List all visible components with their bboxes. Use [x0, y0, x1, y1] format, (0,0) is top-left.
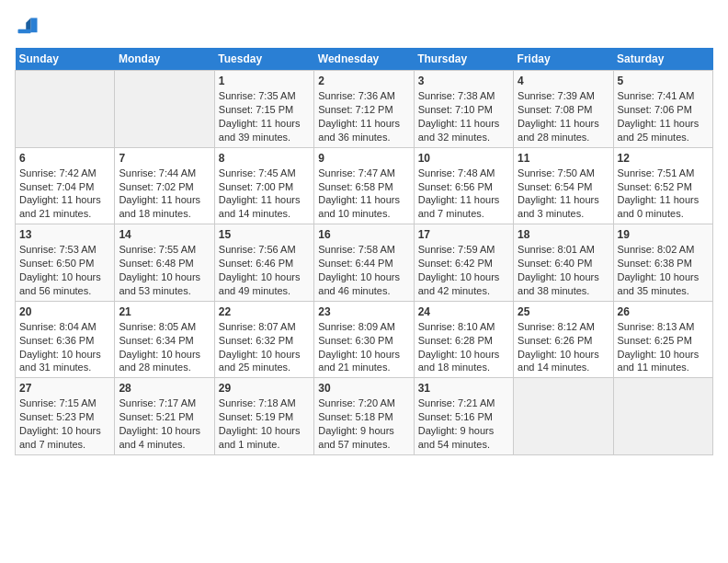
day-info: Daylight: 10 hours and 31 minutes.: [19, 348, 110, 375]
col-header-monday: Monday: [115, 48, 214, 71]
day-info: Sunrise: 7:55 AM: [119, 243, 210, 257]
day-number: 7: [119, 151, 210, 166]
day-info: Sunrise: 7:15 AM: [19, 396, 110, 410]
calendar-cell: 24Sunrise: 8:10 AMSunset: 6:28 PMDayligh…: [414, 301, 513, 378]
day-info: Sunrise: 7:18 AM: [219, 396, 310, 410]
day-info: Sunset: 7:04 PM: [19, 180, 110, 194]
day-info: Daylight: 10 hours and 4 minutes.: [119, 424, 210, 452]
day-info: Daylight: 11 hours and 32 minutes.: [418, 117, 509, 144]
week-row-1: 1Sunrise: 7:35 AMSunset: 7:15 PMDaylight…: [16, 71, 713, 148]
day-number: 9: [318, 151, 409, 166]
day-info: Daylight: 10 hours and 38 minutes.: [518, 270, 609, 298]
calendar-cell: [115, 71, 214, 148]
day-info: Sunrise: 7:45 AM: [219, 167, 310, 180]
day-info: Sunrise: 7:38 AM: [418, 89, 509, 103]
day-info: Sunrise: 8:12 AM: [518, 320, 609, 334]
day-info: Sunset: 6:36 PM: [19, 334, 110, 348]
day-info: Sunrise: 7:17 AM: [119, 396, 210, 410]
day-info: Sunset: 7:08 PM: [518, 103, 609, 117]
day-info: Sunrise: 8:09 AM: [318, 320, 409, 334]
day-info: Daylight: 10 hours and 35 minutes.: [618, 270, 709, 298]
day-info: Sunset: 5:21 PM: [119, 410, 210, 424]
col-header-tuesday: Tuesday: [214, 48, 313, 71]
day-info: Sunset: 6:58 PM: [318, 180, 409, 194]
calendar-cell: 17Sunrise: 7:59 AMSunset: 6:42 PMDayligh…: [414, 224, 513, 302]
day-info: Daylight: 10 hours and 49 minutes.: [219, 270, 310, 298]
day-info: Sunrise: 7:41 AM: [618, 89, 709, 103]
day-number: 29: [219, 381, 310, 396]
day-info: Daylight: 11 hours and 14 minutes.: [219, 193, 310, 221]
day-info: Daylight: 10 hours and 42 minutes.: [418, 270, 509, 298]
calendar-cell: 16Sunrise: 7:58 AMSunset: 6:44 PMDayligh…: [314, 224, 414, 302]
day-number: 13: [19, 227, 110, 242]
calendar-cell: 4Sunrise: 7:39 AMSunset: 7:08 PMDaylight…: [514, 71, 613, 148]
week-row-2: 6Sunrise: 7:42 AMSunset: 7:04 PMDaylight…: [16, 147, 713, 224]
calendar-cell: 22Sunrise: 8:07 AMSunset: 6:32 PMDayligh…: [214, 301, 313, 378]
day-info: Sunset: 7:06 PM: [618, 103, 709, 117]
col-header-saturday: Saturday: [613, 48, 712, 71]
day-info: Sunrise: 7:39 AM: [518, 89, 609, 103]
day-info: Daylight: 10 hours and 11 minutes.: [618, 348, 709, 375]
calendar-cell: 14Sunrise: 7:55 AMSunset: 6:48 PMDayligh…: [115, 224, 214, 302]
day-info: Sunrise: 7:21 AM: [418, 396, 509, 410]
week-row-4: 20Sunrise: 8:04 AMSunset: 6:36 PMDayligh…: [16, 301, 713, 378]
day-number: 31: [418, 381, 509, 396]
calendar-cell: 31Sunrise: 7:21 AMSunset: 5:16 PMDayligh…: [414, 378, 513, 455]
day-info: Sunset: 5:23 PM: [19, 410, 110, 424]
calendar-cell: 19Sunrise: 8:02 AMSunset: 6:38 PMDayligh…: [613, 224, 712, 302]
calendar-cell: 28Sunrise: 7:17 AMSunset: 5:21 PMDayligh…: [115, 378, 214, 455]
calendar-cell: 20Sunrise: 8:04 AMSunset: 6:36 PMDayligh…: [16, 301, 115, 378]
day-info: Sunrise: 7:58 AM: [318, 243, 409, 257]
calendar-cell: 11Sunrise: 7:50 AMSunset: 6:54 PMDayligh…: [514, 147, 613, 224]
day-info: Sunset: 6:48 PM: [119, 257, 210, 270]
calendar-table: SundayMondayTuesdayWednesdayThursdayFrid…: [15, 48, 713, 455]
day-info: Daylight: 11 hours and 10 minutes.: [318, 193, 409, 221]
day-info: Sunrise: 8:04 AM: [19, 320, 110, 334]
calendar-cell: [613, 378, 712, 455]
calendar-cell: 12Sunrise: 7:51 AMSunset: 6:52 PMDayligh…: [613, 147, 712, 224]
day-info: Daylight: 11 hours and 18 minutes.: [119, 193, 210, 221]
day-number: 30: [318, 381, 409, 396]
day-info: Daylight: 10 hours and 18 minutes.: [418, 348, 509, 375]
calendar-cell: [514, 378, 613, 455]
week-row-5: 27Sunrise: 7:15 AMSunset: 5:23 PMDayligh…: [16, 378, 713, 455]
calendar-cell: 5Sunrise: 7:41 AMSunset: 7:06 PMDaylight…: [613, 71, 712, 148]
calendar-cell: 1Sunrise: 7:35 AMSunset: 7:15 PMDaylight…: [214, 71, 313, 148]
day-info: Sunrise: 8:02 AM: [618, 243, 709, 257]
day-info: Sunset: 6:25 PM: [618, 334, 709, 348]
day-number: 18: [518, 227, 609, 242]
day-info: Sunset: 6:46 PM: [219, 257, 310, 270]
day-info: Sunset: 6:30 PM: [318, 334, 409, 348]
day-number: 24: [418, 304, 509, 319]
day-info: Sunset: 6:40 PM: [518, 257, 609, 270]
day-number: 25: [518, 304, 609, 319]
day-info: Sunset: 7:00 PM: [219, 180, 310, 194]
day-info: Sunset: 6:28 PM: [418, 334, 509, 348]
day-info: Daylight: 9 hours and 54 minutes.: [418, 424, 509, 452]
week-row-3: 13Sunrise: 7:53 AMSunset: 6:50 PMDayligh…: [16, 224, 713, 302]
day-number: 10: [418, 151, 509, 166]
day-info: Sunset: 5:18 PM: [318, 410, 409, 424]
day-info: Sunset: 6:32 PM: [219, 334, 310, 348]
day-info: Sunrise: 7:42 AM: [19, 167, 110, 180]
day-info: Sunrise: 8:13 AM: [618, 320, 709, 334]
calendar-cell: 10Sunrise: 7:48 AMSunset: 6:56 PMDayligh…: [414, 147, 513, 224]
calendar-cell: 8Sunrise: 7:45 AMSunset: 7:00 PMDaylight…: [214, 147, 313, 224]
logo-icon: [15, 15, 40, 40]
day-number: 6: [19, 151, 110, 166]
day-info: Sunrise: 7:35 AM: [219, 89, 310, 103]
day-number: 11: [518, 151, 609, 166]
col-header-thursday: Thursday: [414, 48, 513, 71]
day-number: 16: [318, 227, 409, 242]
day-number: 21: [119, 304, 210, 319]
calendar-cell: 2Sunrise: 7:36 AMSunset: 7:12 PMDaylight…: [314, 71, 414, 148]
day-info: Sunrise: 7:36 AM: [318, 89, 409, 103]
day-info: Daylight: 9 hours and 57 minutes.: [318, 424, 409, 452]
day-info: Daylight: 11 hours and 7 minutes.: [418, 193, 509, 221]
day-info: Daylight: 10 hours and 25 minutes.: [219, 348, 310, 375]
page-header: [15, 15, 713, 40]
day-info: Sunset: 7:12 PM: [318, 103, 409, 117]
calendar-cell: 27Sunrise: 7:15 AMSunset: 5:23 PMDayligh…: [16, 378, 115, 455]
day-number: 4: [518, 74, 609, 88]
day-info: Daylight: 11 hours and 0 minutes.: [618, 193, 709, 221]
